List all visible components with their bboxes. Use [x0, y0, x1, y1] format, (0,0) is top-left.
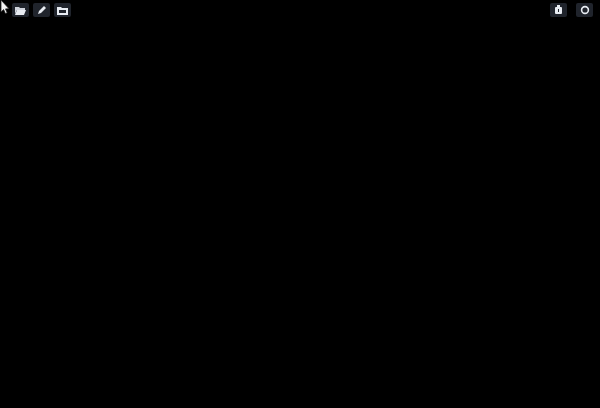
timeline-scene	[0, 0, 600, 408]
spall-profiler-window	[0, 0, 600, 408]
mouse-cursor	[0, 0, 11, 15]
